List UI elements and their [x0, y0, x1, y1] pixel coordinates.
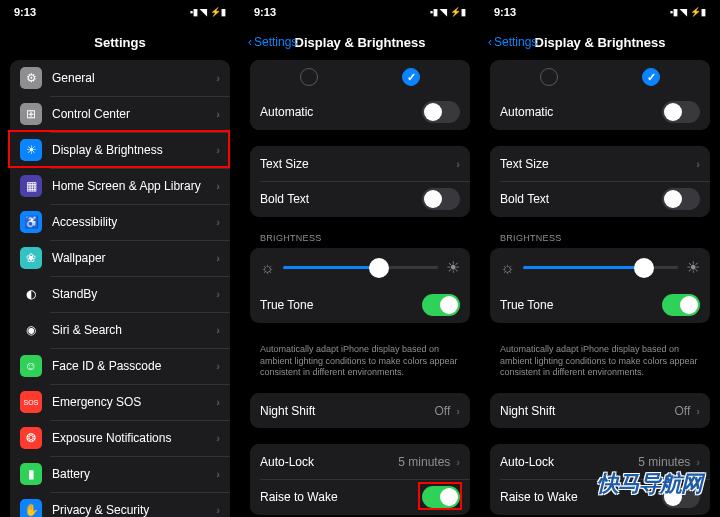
true-tone-footer: Automatically adapt iPhone display based… — [490, 339, 710, 393]
row-icon: ▮ — [20, 463, 42, 485]
row-label: Night Shift — [500, 404, 675, 418]
back-label: Settings — [494, 35, 537, 49]
night-shift-row[interactable]: Night Shift Off › — [490, 393, 710, 428]
radio-light[interactable] — [300, 68, 318, 86]
back-button[interactable]: ‹ Settings — [488, 35, 537, 49]
row-icon: ◐ — [20, 283, 42, 305]
row-icon: ⚙ — [20, 67, 42, 89]
header: ‹ Settings Display & Brightness — [480, 24, 720, 60]
back-label: Settings — [254, 35, 297, 49]
display-settings-list[interactable]: Automatic Text Size › Bold Text BRIGHTNE… — [240, 60, 480, 517]
radio-dark[interactable] — [402, 68, 420, 86]
display-settings-list[interactable]: Automatic Text Size › Bold Text BRIGHTNE… — [480, 60, 720, 517]
brightness-slider[interactable] — [523, 266, 678, 269]
chevron-right-icon: › — [216, 468, 220, 480]
row-label: Text Size — [500, 157, 696, 171]
display-brightness-screen-b: 9:13 ▪▮ ◥ ⚡▮ ‹ Settings Display & Bright… — [480, 0, 720, 517]
header: Settings — [0, 24, 240, 60]
chevron-right-icon: › — [216, 324, 220, 336]
automatic-toggle[interactable] — [662, 101, 700, 123]
bold-text-toggle[interactable] — [422, 188, 460, 210]
row-label: Night Shift — [260, 404, 435, 418]
status-time: 9:13 — [14, 6, 36, 18]
true-tone-toggle[interactable] — [662, 294, 700, 316]
brightness-slider-row: ☼ ☀ — [490, 248, 710, 287]
settings-row-wallpaper[interactable]: ❀Wallpaper› — [10, 240, 230, 276]
row-label: Raise to Wake — [260, 490, 422, 504]
raise-to-wake-toggle[interactable] — [422, 486, 460, 508]
chevron-right-icon: › — [456, 456, 460, 468]
display-brightness-screen-a: 9:13 ▪▮ ◥ ⚡▮ ‹ Settings Display & Bright… — [240, 0, 480, 517]
true-tone-row[interactable]: True Tone — [250, 287, 470, 323]
text-size-row[interactable]: Text Size › — [250, 146, 470, 181]
settings-row-battery[interactable]: ▮Battery› — [10, 456, 230, 492]
raise-to-wake-row[interactable]: Raise to Wake — [250, 479, 470, 515]
chevron-right-icon: › — [456, 405, 460, 417]
radio-light[interactable] — [540, 68, 558, 86]
chevron-right-icon: › — [216, 504, 220, 516]
row-label: Face ID & Passcode — [52, 359, 216, 373]
bold-text-toggle[interactable] — [662, 188, 700, 210]
row-icon: ✋ — [20, 499, 42, 517]
sun-large-icon: ☀ — [446, 258, 460, 277]
chevron-right-icon: › — [216, 72, 220, 84]
row-label: Exposure Notifications — [52, 431, 216, 445]
chevron-right-icon: › — [216, 144, 220, 156]
status-indicators: ▪▮ ◥ ⚡▮ — [190, 7, 226, 17]
row-value: 5 minutes — [638, 455, 690, 469]
settings-row-display-brightness[interactable]: ☀Display & Brightness› — [10, 132, 230, 168]
chevron-right-icon: › — [216, 288, 220, 300]
row-label: General — [52, 71, 216, 85]
status-indicators: ▪▮ ◥ ⚡▮ — [430, 7, 466, 17]
row-label: Control Center — [52, 107, 216, 121]
chevron-right-icon: › — [696, 158, 700, 170]
settings-list[interactable]: ⚙General›⊞Control Center›☀Display & Brig… — [0, 60, 240, 517]
bold-text-row[interactable]: Bold Text — [490, 181, 710, 217]
settings-row-emergency-sos[interactable]: SOSEmergency SOS› — [10, 384, 230, 420]
automatic-toggle[interactable] — [422, 101, 460, 123]
status-time: 9:13 — [494, 6, 516, 18]
settings-row-general[interactable]: ⚙General› — [10, 60, 230, 96]
settings-row-exposure-notifications[interactable]: ❂Exposure Notifications› — [10, 420, 230, 456]
row-label: Siri & Search — [52, 323, 216, 337]
settings-row-standby[interactable]: ◐StandBy› — [10, 276, 230, 312]
row-label: Bold Text — [260, 192, 422, 206]
brightness-slider[interactable] — [283, 266, 438, 269]
settings-row-siri-search[interactable]: ◉Siri & Search› — [10, 312, 230, 348]
settings-row-privacy-security[interactable]: ✋Privacy & Security› — [10, 492, 230, 517]
settings-row-control-center[interactable]: ⊞Control Center› — [10, 96, 230, 132]
radio-dark[interactable] — [642, 68, 660, 86]
true-tone-row[interactable]: True Tone — [490, 287, 710, 323]
row-value: 5 minutes — [398, 455, 450, 469]
watermark: 快马导航网 — [597, 469, 702, 499]
row-label: Automatic — [260, 105, 422, 119]
automatic-row[interactable]: Automatic — [250, 94, 470, 130]
settings-row-home-screen-app-library[interactable]: ▦Home Screen & App Library› — [10, 168, 230, 204]
sun-small-icon: ☼ — [260, 259, 275, 277]
chevron-right-icon: › — [216, 108, 220, 120]
night-shift-row[interactable]: Night Shift Off › — [250, 393, 470, 428]
row-label: Bold Text — [500, 192, 662, 206]
bold-text-row[interactable]: Bold Text — [250, 181, 470, 217]
settings-row-face-id-passcode[interactable]: ☺Face ID & Passcode› — [10, 348, 230, 384]
chevron-right-icon: › — [216, 396, 220, 408]
auto-lock-row[interactable]: Auto-Lock 5 minutes › — [250, 444, 470, 479]
row-label: Display & Brightness — [52, 143, 216, 157]
chevron-right-icon: › — [456, 158, 460, 170]
chevron-right-icon: › — [216, 360, 220, 372]
row-label: True Tone — [500, 298, 662, 312]
row-label: Home Screen & App Library — [52, 179, 216, 193]
row-icon: ❀ — [20, 247, 42, 269]
chevron-right-icon: › — [696, 405, 700, 417]
text-size-row[interactable]: Text Size › — [490, 146, 710, 181]
row-icon: ▦ — [20, 175, 42, 197]
appearance-radio-row — [490, 60, 710, 94]
settings-row-accessibility[interactable]: ♿Accessibility› — [10, 204, 230, 240]
row-label: Text Size — [260, 157, 456, 171]
row-icon: ♿ — [20, 211, 42, 233]
true-tone-toggle[interactable] — [422, 294, 460, 316]
row-icon: ⊞ — [20, 103, 42, 125]
settings-root-screen: 9:13 ▪▮ ◥ ⚡▮ Settings ⚙General›⊞Control … — [0, 0, 240, 517]
back-button[interactable]: ‹ Settings — [248, 35, 297, 49]
automatic-row[interactable]: Automatic — [490, 94, 710, 130]
